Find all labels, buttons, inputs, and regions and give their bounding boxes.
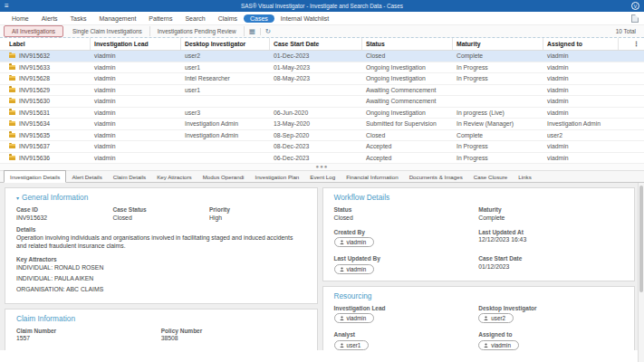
person-icon — [340, 343, 344, 348]
table-row-inv915634[interactable]: INV915634viadminInvestigation Admin13-Ma… — [0, 119, 644, 130]
nav-item-cases[interactable]: Cases — [244, 14, 274, 23]
case-folder-icon — [9, 53, 15, 58]
cell-investigation-lead: viadmin — [91, 73, 181, 84]
cell-status: Closed — [362, 51, 453, 62]
user-pill-analyst[interactable]: user1 — [334, 340, 370, 350]
detail-tab-key-attractors[interactable]: Key Attractors — [151, 171, 197, 182]
detail-tab-event-log[interactable]: Event Log — [304, 171, 341, 182]
field-key-attractors: Key Attractors INDIVIDUAL: RONALD ROSENI… — [16, 256, 306, 292]
app-window: ≡ SAS® Visual Investigator - Investigate… — [0, 0, 644, 362]
detail-tab-alert-details[interactable]: Alert Details — [66, 171, 107, 182]
table-row-inv915628[interactable]: INV915628viadminIntel Researcher08-May-2… — [0, 73, 644, 85]
field-last-updated-at: Last Updated At 12/12/2023 16:43 — [478, 229, 623, 248]
total-count: 10 Total — [616, 28, 639, 34]
refresh-icon[interactable]: ↻ — [261, 27, 275, 35]
table-row-inv915637[interactable]: INV915637viadmin08-Dec-2023AcceptedIn Pr… — [0, 141, 644, 153]
cell-maturity — [453, 96, 543, 107]
column-header-assigned-to[interactable]: Assigned to — [543, 38, 619, 50]
nav-item-internal-watchlist[interactable]: Internal Watchlist — [274, 14, 335, 23]
detail-tab-claim-details[interactable]: Claim Details — [108, 171, 151, 182]
cell-investigation-lead: viadmin — [91, 96, 181, 107]
view-tab-single-claim-investigations[interactable]: Single Claim Investigations — [65, 26, 150, 36]
field-details: Details Operation involving individuals … — [16, 226, 306, 251]
case-label-cell: INV915637 — [0, 141, 91, 152]
table-options-kebab-icon[interactable]: ⋮ — [629, 38, 644, 50]
splitter-drag-handle[interactable]: ●●● — [316, 166, 329, 168]
nav-item-search[interactable]: Search — [178, 14, 211, 23]
workflow-details-title: Workflow Details — [334, 193, 624, 202]
cell-investigation-lead: viadmin — [91, 153, 181, 164]
cell-desktop-investigator: user1 — [181, 62, 270, 73]
cell-case-start-date — [270, 85, 362, 96]
nav-item-patterns[interactable]: Patterns — [142, 14, 178, 23]
case-folder-icon — [9, 110, 15, 115]
cell-assigned-to: viadmin — [543, 51, 619, 62]
nav-item-tasks[interactable]: Tasks — [64, 14, 93, 23]
hamburger-menu-icon[interactable]: ≡ — [5, 3, 9, 10]
cell-case-start-date: 01-Dec-2023 — [270, 51, 362, 62]
detail-tab-modus-operandi[interactable]: Modus Operandi — [197, 171, 250, 182]
section-title-text: General Information — [22, 193, 88, 202]
table-row-inv915633[interactable]: INV915633viadminuser101-May-2023Ongoing … — [0, 62, 644, 74]
view-tab-investigations-pending-review[interactable]: Investigations Pending Review — [150, 26, 245, 36]
column-header-label[interactable]: Label — [0, 38, 91, 50]
nav-item-management[interactable]: Management — [93, 14, 143, 23]
detail-tab-links[interactable]: Links — [513, 171, 536, 182]
detail-tab-bar: Investigation DetailsAlert DetailsClaim … — [0, 171, 644, 183]
nav-item-claims[interactable]: Claims — [212, 14, 244, 23]
cell-investigation-lead: viadmin — [91, 119, 181, 129]
nav-item-home[interactable]: Home — [5, 14, 35, 23]
case-label-cell: INV915636 — [0, 153, 91, 164]
detail-scrollbar[interactable] — [638, 183, 644, 362]
view-tab-all-investigations[interactable]: All Investigations — [4, 25, 63, 37]
table-row-inv915629[interactable]: INV915629viadminuser1Awaiting Commenceme… — [0, 85, 644, 97]
detail-tab-investigation-plan[interactable]: Investigation Plan — [249, 171, 304, 182]
field-priority: Priority High — [209, 206, 306, 221]
table-row-inv915630[interactable]: INV915630viadminAwaiting Commencementvia… — [0, 96, 644, 108]
field-workflow-maturity: Maturity Complete — [478, 206, 623, 221]
column-header-investigation-lead[interactable]: Investigation Lead — [91, 38, 181, 50]
key-attractor-item: ORGANISATION: ABC CLAIMS — [16, 286, 306, 292]
table-row-inv915636[interactable]: INV915636viadmin06-Dec-2023AcceptedIn Pr… — [0, 153, 644, 165]
column-header-case-start-date[interactable]: Case Start Date — [270, 38, 362, 50]
user-pill-assigned-to[interactable]: viadmin — [478, 340, 519, 350]
detail-tab-financial-information[interactable]: Financial Information — [341, 171, 403, 182]
resourcing-title: Resourcing — [334, 291, 624, 300]
collapse-caret-icon[interactable]: ▾ — [16, 195, 19, 201]
table-row-inv915632[interactable]: INV915632viadminuser201-Dec-2023ClosedCo… — [0, 51, 644, 62]
scrollbar-thumb[interactable] — [639, 186, 643, 292]
workflow-details-card: Workflow Details Status Closed Maturity … — [322, 187, 636, 281]
user-pill-last-updated-by[interactable]: viadmin — [334, 264, 375, 274]
general-information-title: ▾ General Information — [16, 193, 306, 202]
column-header-desktop-investigator[interactable]: Desktop Investigator — [181, 38, 270, 50]
app-title: SAS® Visual Investigator - Investigate a… — [0, 3, 644, 9]
person-icon — [484, 316, 488, 320]
column-header-maturity[interactable]: Maturity — [453, 38, 543, 50]
nav-item-alerts[interactable]: Alerts — [35, 14, 64, 23]
case-label-cell: INV915635 — [0, 130, 91, 141]
case-folder-icon — [9, 156, 15, 160]
case-label-cell: INV915634 — [0, 119, 91, 129]
user-avatar[interactable]: V — [631, 2, 639, 10]
case-folder-icon — [9, 76, 15, 81]
detail-tab-case-closure[interactable]: Case Closure — [468, 171, 514, 182]
detail-tab-investigation-details[interactable]: Investigation Details — [4, 170, 66, 183]
detail-tab-documents-images[interactable]: Documents & Images — [404, 171, 468, 182]
case-folder-icon — [9, 65, 15, 70]
grid-view-icon[interactable]: ▦ — [245, 27, 260, 35]
table-row-inv915631[interactable]: INV915631viadminuser306-Jun-2020Ongoing … — [0, 108, 644, 119]
panel-splitter: ●●● — [0, 164, 644, 171]
table-row-inv915635[interactable]: INV915635viadminInvestigation Admin08-Se… — [0, 130, 644, 142]
case-label-cell: INV915631 — [0, 108, 91, 119]
cell-desktop-investigator: user3 — [181, 108, 270, 119]
field-case-start-date: Case Start Date 01/12/2023 — [478, 255, 623, 274]
report-document-icon[interactable] — [631, 14, 639, 23]
user-pill-created-by[interactable]: viadmin — [334, 237, 375, 247]
cell-maturity: In Progress — [453, 73, 543, 84]
cell-desktop-investigator: Intel Researcher — [181, 73, 270, 84]
field-date-of-claim: Date of Claim 04/08/2023 — [161, 349, 306, 350]
user-pill-investigation-lead[interactable]: viadmin — [334, 313, 375, 323]
user-pill-desktop-investigator[interactable]: user2 — [478, 313, 514, 323]
key-attractor-item: INDIVIDUAL: PAULA AIKEN — [16, 275, 306, 281]
column-header-status[interactable]: Status — [362, 38, 453, 50]
